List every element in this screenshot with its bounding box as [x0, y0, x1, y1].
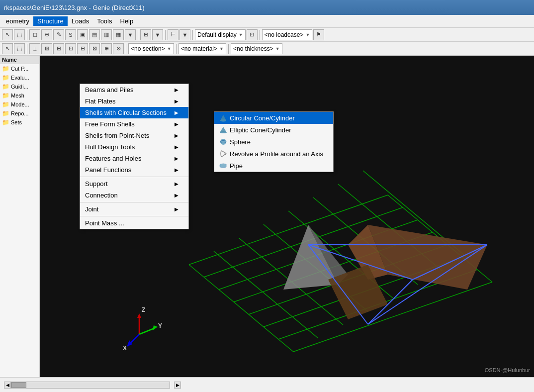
tb-box[interactable]: ◻ [29, 29, 40, 40]
folder-icon-mesh: 📁 [2, 92, 9, 99]
tb-select[interactable]: ⬚ [14, 29, 25, 40]
folder-icon: 📁 [2, 65, 9, 72]
menu-sep-2 [80, 202, 188, 202]
thickness-dropdown[interactable]: <no thickness> ▼ [231, 43, 282, 54]
horizontal-scrollbar[interactable] [11, 382, 170, 389]
menu-beams-piles[interactable]: Beams and Piles ▶ [80, 84, 188, 96]
menu-flat-plates[interactable]: Flat Plates ▶ [80, 96, 188, 107]
menu-panel-functions[interactable]: Panel Functions ▶ [80, 164, 188, 176]
submenu-arrow-joint: ▶ [175, 206, 178, 212]
menu-geometry[interactable]: eometry [2, 16, 33, 26]
tb-view3[interactable]: ▥ [101, 29, 112, 40]
title-text: rkspaces\GeniE\123\123.gnx - Genie (Dire… [4, 4, 145, 11]
section-dropdown[interactable]: <no section> ▼ [128, 43, 174, 54]
panel-item-cut[interactable]: 📁 Cut P... [0, 64, 39, 73]
main-area: Name 📁 Cut P... 📁 Evalu... 📁 Guidi... 📁 … [0, 56, 534, 377]
submenu-pipe[interactable]: Pipe [214, 160, 333, 172]
tb-drop2[interactable]: ▼ [152, 29, 163, 40]
submenu-arrow-shells: ▶ [175, 110, 178, 115]
panel-header: Name [0, 56, 39, 64]
tb-sep-1 [27, 30, 27, 40]
scrollbar-thumb[interactable] [11, 382, 26, 388]
tb2-cursor[interactable]: ↖ [2, 43, 13, 54]
submenu-revolve-profile[interactable]: Revolve a Profile around an Axis [214, 148, 333, 160]
revolve-icon [219, 150, 227, 158]
panel-item-repo[interactable]: 📁 Repo... [0, 109, 39, 118]
tb2-b8[interactable]: ⊗ [113, 43, 124, 54]
svg-text:Y: Y [158, 322, 162, 329]
tb-view2[interactable]: ▤ [89, 29, 100, 40]
tb-ruler[interactable]: ⊢ [168, 29, 178, 40]
toolbar-1: ↖ ⬚ ◻ ⊕ ✎ S ▣ ▤ ▥ ▦ ▼ ⊞ ▼ ⊢ ▼ Default di… [0, 28, 534, 42]
tb2-sep-3 [176, 44, 177, 54]
menu-bar: eometry Structure Loads Tools Help [0, 15, 534, 28]
tb-edit[interactable]: ✎ [53, 29, 64, 40]
panel-item-eval[interactable]: 📁 Evalu... [0, 73, 39, 82]
menu-shells-circular[interactable]: Shells with Circular Sections ▶ [80, 107, 188, 118]
scroll-arrow-left[interactable]: ◀ [4, 382, 11, 389]
svg-marker-39 [220, 115, 226, 121]
circular-cone-icon [219, 114, 227, 122]
submenu-circular-cone[interactable]: Circular Cone/Cylinder [214, 112, 333, 124]
submenu-sphere[interactable]: Sphere [214, 136, 333, 148]
submenu-arrow-features: ▶ [175, 156, 178, 161]
tb2-b6[interactable]: ⊠ [89, 43, 100, 54]
tb-s[interactable]: S [65, 29, 76, 40]
tb-drop3[interactable]: ▼ [179, 29, 190, 40]
panel-item-sets[interactable]: 📁 Sets [0, 118, 39, 127]
menu-connection[interactable]: Connection ▶ [80, 190, 188, 201]
svg-point-44 [220, 164, 221, 167]
svg-marker-41 [220, 127, 227, 133]
folder-icon-repo: 📁 [2, 110, 9, 117]
material-dropdown[interactable]: <no material> ▼ [178, 43, 226, 54]
menu-loads[interactable]: Loads [68, 16, 93, 26]
tb2-b4[interactable]: ⊡ [65, 43, 76, 54]
menu-shells-point-nets[interactable]: Shells from Point-Nets ▶ [80, 130, 188, 141]
tb2-sep-2 [126, 44, 126, 54]
tb-sep-2 [138, 30, 138, 40]
svg-point-42 [220, 139, 226, 145]
tb-cursor[interactable]: ↖ [2, 29, 13, 40]
submenu-elliptic-cone[interactable]: Elliptic Cone/Cylinder [214, 124, 333, 136]
tb-load-btn[interactable]: ⚑ [313, 29, 324, 40]
tb2-b5[interactable]: ⊟ [77, 43, 88, 54]
tb2-b7[interactable]: ⊕ [101, 43, 112, 54]
tb2-b3[interactable]: ⊞ [53, 43, 64, 54]
pipe-icon [219, 162, 227, 170]
structure-menu: Beams and Piles ▶ Flat Plates ▶ Shells w… [80, 84, 189, 229]
menu-joint[interactable]: Joint ▶ [80, 203, 188, 215]
scroll-arrow-right[interactable]: ▶ [174, 382, 181, 389]
loadcase-dropdown[interactable]: <no loadcase> ▼ [262, 29, 313, 40]
tb-view4[interactable]: ▦ [113, 29, 124, 40]
submenu-arrow-flat: ▶ [175, 98, 178, 104]
menu-structure[interactable]: Structure [33, 16, 68, 26]
tb2-b2[interactable]: ⊠ [41, 43, 52, 54]
elliptic-cone-icon [219, 126, 227, 134]
menu-support[interactable]: Support ▶ [80, 178, 188, 190]
tb-sep-3 [165, 30, 166, 40]
submenu-arrow-freeform: ▶ [175, 121, 178, 127]
tb-add[interactable]: ⊕ [41, 29, 52, 40]
viewport[interactable]: Z Y X OSDN-@Hulunbur Beams and Piles ▶ F… [40, 56, 534, 377]
menu-hull-design[interactable]: Hull Design Tools ▶ [80, 141, 188, 153]
panel-item-guid[interactable]: 📁 Guidi... [0, 82, 39, 91]
submenu-arrow-pointnets: ▶ [175, 133, 178, 138]
tb-display-extra[interactable]: ⊡ [247, 29, 258, 40]
tb2-b1[interactable]: ⟂ [29, 43, 40, 54]
menu-point-mass[interactable]: Point Mass ... [80, 217, 188, 229]
tb-grid[interactable]: ⊞ [140, 29, 151, 40]
folder-icon-mode: 📁 [2, 101, 9, 108]
menu-tools[interactable]: Tools [93, 16, 116, 26]
menu-help[interactable]: Help [116, 16, 138, 26]
panel-item-mesh[interactable]: 📁 Mesh [0, 91, 39, 100]
submenu-arrow-beams: ▶ [175, 87, 178, 93]
folder-icon-guid: 📁 [2, 83, 9, 90]
display-dropdown[interactable]: Default display ▼ [195, 29, 246, 40]
tb2-select[interactable]: ⬚ [14, 43, 25, 54]
menu-free-form[interactable]: Free Form Shells ▶ [80, 118, 188, 130]
tb-view1[interactable]: ▣ [77, 29, 88, 40]
left-panel: Name 📁 Cut P... 📁 Evalu... 📁 Guidi... 📁 … [0, 56, 40, 377]
panel-item-mode[interactable]: 📁 Mode... [0, 100, 39, 109]
tb-drop1[interactable]: ▼ [125, 29, 136, 40]
menu-features-holes[interactable]: Features and Holes ▶ [80, 153, 188, 164]
